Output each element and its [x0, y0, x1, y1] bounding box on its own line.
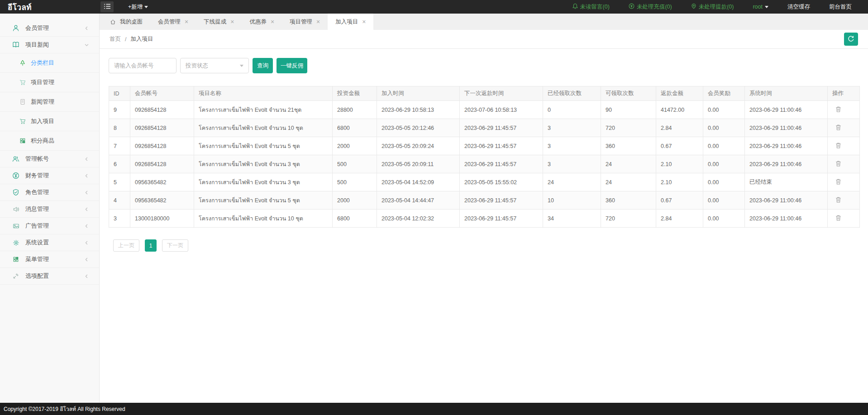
chevron-left-icon [84, 173, 89, 178]
table-cell: 2023-06-29 11:00:46 [745, 191, 828, 210]
search-button[interactable]: 查询 [253, 58, 273, 73]
tab-5[interactable]: 加入项目× [328, 14, 373, 30]
tab-1[interactable]: 会员管理× [150, 14, 196, 30]
cart-icon [19, 79, 26, 86]
column-header: 可领取次数 [601, 86, 656, 101]
front-site-link[interactable]: 前台首页 [829, 3, 852, 11]
tab-label: 加入项目 [335, 18, 358, 26]
column-header: 系统时间 [745, 86, 828, 101]
page-1-button[interactable]: 1 [145, 239, 157, 252]
close-icon[interactable]: × [230, 19, 234, 25]
tab-4[interactable]: 项目管理× [282, 14, 328, 30]
chevron-left-icon [84, 207, 89, 212]
delete-button[interactable] [835, 106, 842, 113]
unread-messages-link[interactable]: 未读留言(0) [572, 3, 610, 11]
chevron-left-icon [84, 190, 89, 195]
sidebar-item-5[interactable]: 加入项目 [0, 112, 99, 131]
chevron-left-icon [84, 257, 89, 262]
table-cell: 2000 [333, 137, 377, 155]
next-page-button[interactable]: 下一页 [162, 239, 188, 252]
book-icon [12, 41, 20, 49]
pending-recharge-link[interactable]: 未处理充值(0) [629, 3, 672, 11]
table-cell: 0.00 [703, 173, 745, 191]
grid-icon [19, 138, 26, 144]
sidebar-item-10[interactable]: 消息管理 [0, 201, 99, 218]
withdraw-icon [691, 3, 696, 10]
chevron-down-icon [765, 6, 768, 8]
close-icon[interactable]: × [316, 19, 320, 25]
sidebar-item-2[interactable]: 分类栏目 [0, 53, 99, 73]
table-cell: 500 [333, 173, 377, 191]
table-cell: 0.67 [656, 137, 703, 155]
user-menu[interactable]: root [753, 4, 768, 10]
sidebar-item-4[interactable]: 新闻管理 [0, 92, 99, 112]
delete-button[interactable] [835, 215, 842, 221]
sidebar-item-3[interactable]: 项目管理 [0, 73, 99, 92]
app-logo: อีโวลท์ [0, 1, 100, 13]
tab-label: 优惠券 [249, 18, 267, 26]
pending-withdraw-link[interactable]: 未处理提款(0) [691, 3, 734, 11]
table-cell: 0.00 [703, 155, 745, 173]
tab-0[interactable]: 我的桌面 [102, 14, 150, 30]
tools-icon [12, 272, 20, 280]
close-icon[interactable]: × [271, 19, 274, 25]
chevron-left-icon [84, 224, 89, 229]
table-cell: 2023-05-05 20:12:46 [377, 119, 460, 137]
chevron-down-icon [84, 43, 89, 48]
sidebar-item-8[interactable]: 财务管理 [0, 167, 99, 184]
member-account-input[interactable] [109, 58, 176, 73]
table-cell: 已经结束 [745, 173, 828, 191]
sidebar-item-9[interactable]: 角色管理 [0, 184, 99, 201]
sidebar-toggle-button[interactable] [100, 1, 114, 12]
delete-button[interactable] [835, 196, 842, 203]
copyright-text: Copyright ©2017-2019 อีโวลท์ All Rights … [4, 405, 125, 413]
chevron-left-icon [84, 240, 89, 245]
tab-2[interactable]: 下线提成× [196, 14, 242, 30]
sidebar-item-14[interactable]: 选项配置 [0, 268, 99, 285]
sidebar-item-label: 管理帐号 [25, 155, 49, 163]
chevron-left-icon [84, 157, 89, 162]
sidebar-item-label: 分类栏目 [31, 59, 54, 67]
one-key-rebate-button[interactable]: 一键反佣 [277, 58, 307, 73]
table-cell: 0 [543, 101, 601, 119]
table-cell: 360 [601, 191, 656, 210]
sidebar-item-13[interactable]: 菜单管理 [0, 251, 99, 268]
table-cell: 24 [543, 173, 601, 191]
clear-cache-button[interactable]: 清空缓存 [787, 3, 810, 11]
table-cell: 41472.00 [656, 101, 703, 119]
sidebar-item-1[interactable]: 项目新闻 [0, 37, 99, 53]
page-content: 投资状态 查询 一键反佣 ID会员帐号项目名称投资金额加入时间下一次返款时间已经… [100, 49, 868, 403]
sidebar-item-0[interactable]: 会员管理 [0, 20, 99, 37]
delete-button[interactable] [835, 160, 842, 167]
breadcrumb-separator: / [125, 36, 126, 43]
delete-button[interactable] [835, 178, 842, 185]
delete-button[interactable] [835, 142, 842, 149]
table-cell: 720 [601, 210, 656, 228]
tab-3[interactable]: 优惠券× [242, 14, 282, 30]
prev-page-button[interactable]: 上一页 [113, 239, 139, 252]
projects-table-wrap: ID会员帐号项目名称投资金额加入时间下一次返款时间已经领取次数可领取次数返款金额… [109, 86, 858, 228]
sidebar-item-12[interactable]: 系统设置 [0, 234, 99, 251]
home-icon [110, 19, 116, 25]
close-icon[interactable]: × [185, 19, 188, 25]
delete-button[interactable] [835, 124, 842, 131]
sidebar-item-label: 选项配置 [25, 272, 49, 280]
add-new-dropdown[interactable]: +新增 [128, 3, 148, 11]
table-cell: 2.10 [656, 155, 703, 173]
table-cell: 0.00 [703, 119, 745, 137]
sidebar-item-11[interactable]: 广告管理 [0, 218, 99, 234]
sidebar-item-6[interactable]: 积分商品 [0, 131, 99, 151]
chevron-left-icon [84, 26, 89, 31]
add-new-label: +新增 [128, 3, 143, 11]
invest-status-select[interactable]: 投资状态 [180, 58, 249, 73]
sidebar-item-7[interactable]: 管理帐号 [0, 151, 99, 167]
table-cell: โครงการเสาเข็มไฟฟ้า Evolt จำนวน 10 ชุด [194, 210, 333, 228]
close-icon[interactable]: × [362, 19, 366, 25]
sidebar-item-label: 财务管理 [25, 172, 49, 180]
refresh-button[interactable] [844, 33, 858, 46]
table-cell: 8 [109, 119, 130, 137]
table-cell: 2023-05-04 14:44:47 [377, 191, 460, 210]
table-cell: 3 [543, 119, 601, 137]
column-header: 下一次返款时间 [460, 86, 543, 101]
breadcrumb-home[interactable]: 首页 [110, 35, 121, 43]
